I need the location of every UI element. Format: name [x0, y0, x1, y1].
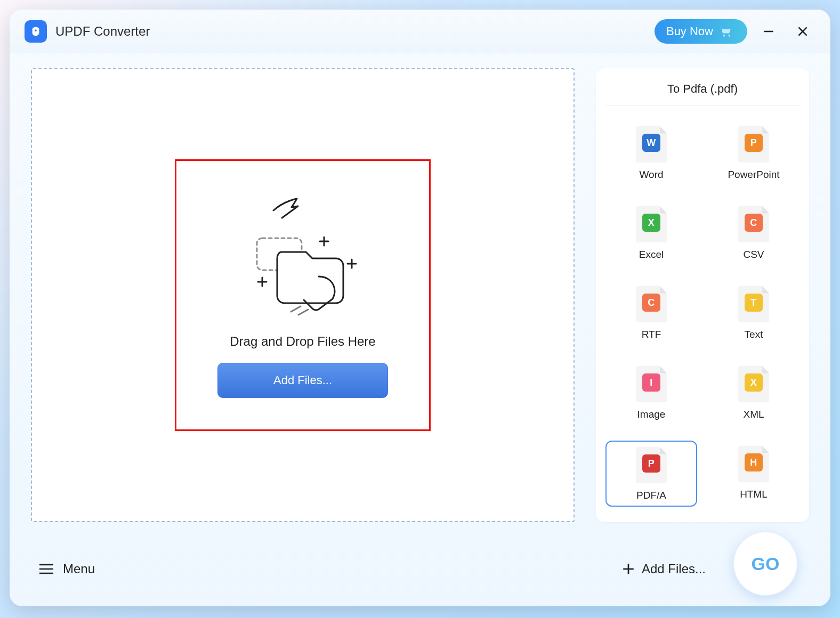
close-button[interactable]: [790, 19, 815, 44]
format-option-powerpoint[interactable]: PPowerPoint: [708, 121, 799, 185]
svg-point-0: [723, 35, 725, 37]
content-area: Drag and Drop Files Here Add Files... To…: [10, 53, 830, 522]
minimize-button[interactable]: [756, 19, 781, 44]
menu-button[interactable]: Menu: [38, 562, 95, 576]
format-label: Image: [637, 409, 666, 420]
svg-line-13: [298, 310, 308, 315]
cart-icon: [718, 26, 733, 37]
svg-point-1: [728, 35, 730, 37]
file-icon: H: [738, 446, 769, 482]
file-icon: X: [636, 206, 667, 242]
format-label: Word: [639, 169, 663, 181]
svg-line-12: [291, 306, 301, 312]
footer-add-files-button[interactable]: Add Files...: [621, 562, 706, 576]
format-option-image[interactable]: IImage: [605, 361, 697, 425]
app-window: UPDF Converter Buy Now: [10, 10, 830, 606]
drop-zone[interactable]: Drag and Drop Files Here Add Files...: [31, 68, 575, 522]
file-icon: C: [636, 286, 667, 322]
titlebar: UPDF Converter Buy Now: [10, 10, 830, 53]
highlight-box: Drag and Drop Files Here Add Files...: [175, 159, 431, 431]
file-icon: P: [738, 126, 769, 162]
app-title: UPDF Converter: [55, 24, 150, 39]
format-option-xml[interactable]: XXML: [708, 361, 799, 425]
format-panel-title: To Pdfa (.pdf): [605, 79, 799, 106]
format-grid: WWordPPowerPointXExcelCCSVCRTFTTextIImag…: [605, 106, 799, 507]
drop-hint-text: Drag and Drop Files Here: [230, 334, 375, 349]
format-label: Text: [745, 329, 763, 340]
format-label: Excel: [639, 249, 664, 261]
file-icon: T: [738, 286, 769, 322]
footer: Menu Add Files... GO: [10, 532, 830, 606]
minimize-icon: [762, 25, 776, 38]
close-icon: [796, 25, 810, 38]
buy-now-label: Buy Now: [666, 25, 713, 38]
add-files-button[interactable]: Add Files...: [217, 363, 388, 398]
buy-now-button[interactable]: Buy Now: [655, 19, 747, 44]
format-label: CSV: [743, 249, 764, 261]
format-option-pdf-a[interactable]: PPDF/A: [605, 441, 697, 507]
drop-folder-icon: [233, 192, 372, 320]
file-icon: W: [636, 126, 667, 162]
plus-icon: [621, 562, 635, 576]
format-option-word[interactable]: WWord: [605, 121, 697, 185]
format-option-rtf[interactable]: CRTF: [605, 281, 697, 345]
hamburger-icon: [38, 563, 54, 575]
format-label: PowerPoint: [728, 169, 779, 181]
format-label: XML: [743, 409, 764, 420]
footer-add-files-label: Add Files...: [642, 562, 706, 576]
format-label: HTML: [740, 489, 768, 500]
file-icon: I: [636, 366, 667, 402]
file-icon: X: [738, 366, 769, 402]
app-logo-icon: [30, 26, 42, 37]
file-icon: C: [738, 206, 769, 242]
format-option-html[interactable]: HHTML: [708, 441, 799, 507]
menu-label: Menu: [63, 562, 95, 576]
format-panel: To Pdfa (.pdf) WWordPPowerPointXExcelCCS…: [596, 68, 809, 522]
format-label: RTF: [642, 329, 661, 340]
go-button[interactable]: GO: [733, 532, 797, 596]
app-logo: [25, 20, 47, 43]
format-label: PDF/A: [636, 490, 666, 501]
format-option-text[interactable]: TText: [708, 281, 799, 345]
file-icon: P: [636, 447, 667, 483]
format-option-excel[interactable]: XExcel: [605, 201, 697, 265]
format-option-csv[interactable]: CCSV: [708, 201, 799, 265]
